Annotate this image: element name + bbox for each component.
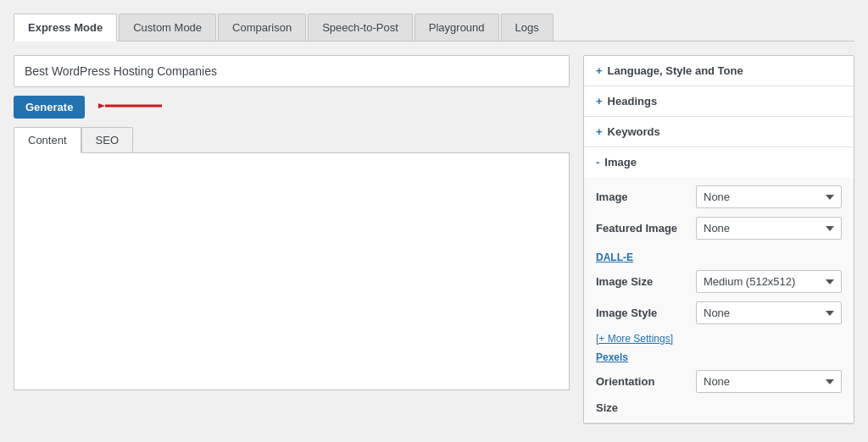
image-select[interactable]: None DALL-E Pexels Unsplash — [696, 185, 842, 208]
sub-tab-content[interactable]: Content — [14, 127, 81, 153]
tab-logs[interactable]: Logs — [501, 14, 554, 41]
generate-row: Generate — [14, 96, 570, 119]
accordion-header-language[interactable]: + Language, Style and Tone — [584, 56, 854, 86]
left-panel: Generate Co — [14, 55, 570, 390]
accordion-header-image[interactable]: - Image — [584, 147, 854, 177]
image-label: Image — [596, 191, 689, 203]
orientation-label: Orientation — [596, 375, 689, 388]
accordion-prefix-language: + — [596, 64, 603, 77]
accordion-label-keywords: Keywords — [608, 125, 660, 138]
tabs-bar: Express Mode Custom Mode Comparison Spee… — [14, 14, 854, 41]
image-style-select[interactable]: None Realistic Cartoon Abstract — [696, 301, 842, 324]
orientation-select[interactable]: None Landscape Portrait Square — [696, 370, 842, 393]
image-style-field-row: Image Style None Realistic Cartoon Abstr… — [596, 301, 842, 324]
featured-image-label: Featured Image — [596, 222, 689, 235]
generate-button[interactable]: Generate — [14, 96, 85, 119]
accordion-prefix-headings: + — [596, 95, 603, 108]
accordion-prefix-image: - — [596, 156, 599, 169]
accordion-label-image: Image — [604, 156, 637, 169]
tab-custom-mode[interactable]: Custom Mode — [119, 14, 216, 41]
image-field-row: Image None DALL-E Pexels Unsplash — [596, 185, 842, 208]
accordion-headings: + Headings — [584, 86, 854, 117]
accordion-label-headings: Headings — [608, 95, 658, 108]
tab-comparison[interactable]: Comparison — [218, 14, 306, 41]
pexels-label[interactable]: Pexels — [596, 348, 842, 370]
tab-express-mode[interactable]: Express Mode — [14, 14, 117, 41]
accordion-keywords: + Keywords — [584, 117, 854, 147]
tab-playground[interactable]: Playground — [415, 14, 499, 41]
arrow-icon — [98, 96, 166, 119]
image-size-label: Image Size — [596, 275, 689, 288]
accordion-content-image: Image None DALL-E Pexels Unsplash Featur… — [584, 177, 854, 423]
sub-tabs-container: Content SEO — [14, 127, 570, 390]
page-wrapper: Express Mode Custom Mode Comparison Spee… — [0, 0, 868, 442]
size-label: Size — [596, 401, 689, 414]
accordion-header-keywords[interactable]: + Keywords — [584, 117, 854, 146]
more-settings-link[interactable]: [+ More Settings] — [596, 333, 842, 345]
dalle-label[interactable]: DALL-E — [596, 248, 842, 270]
featured-image-field-row: Featured Image None Yes — [596, 217, 842, 240]
right-panel: + Language, Style and Tone + Headings + … — [583, 55, 854, 424]
main-layout: Generate Co — [14, 55, 854, 424]
image-style-label: Image Style — [596, 307, 689, 319]
featured-image-select[interactable]: None Yes — [696, 217, 842, 240]
accordion-language: + Language, Style and Tone — [584, 56, 854, 86]
accordion-prefix-keywords: + — [596, 125, 603, 138]
sub-tabs: Content SEO — [14, 127, 570, 153]
title-input[interactable] — [14, 55, 570, 87]
accordion-label-language: Language, Style and Tone — [608, 64, 743, 77]
accordion-header-headings[interactable]: + Headings — [584, 86, 854, 116]
image-size-select[interactable]: Small (256x256) Medium (512x512) Large (… — [696, 270, 842, 293]
content-area[interactable] — [14, 153, 570, 390]
image-size-field-row: Image Size Small (256x256) Medium (512x5… — [596, 270, 842, 293]
accordion-image: - Image Image None DALL-E Pexels Unsplas… — [584, 147, 854, 423]
tab-speech-to-post[interactable]: Speech-to-Post — [308, 14, 413, 41]
size-field-row: Size — [596, 401, 842, 414]
orientation-field-row: Orientation None Landscape Portrait Squa… — [596, 370, 842, 393]
sub-tab-seo[interactable]: SEO — [81, 127, 133, 152]
